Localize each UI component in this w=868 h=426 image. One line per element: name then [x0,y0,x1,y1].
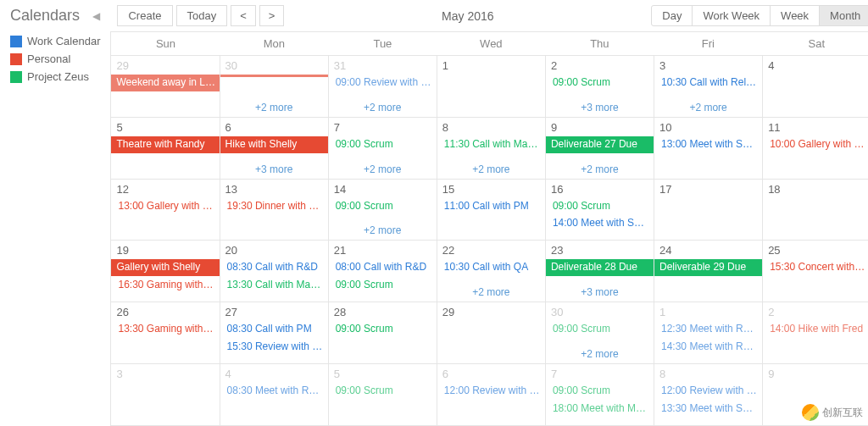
day-cell[interactable]: 1213:00 Gallery with Fred [111,180,220,241]
event[interactable]: 09:00 Scrum [331,321,435,338]
event[interactable]: 15:30 Review with PM [222,339,326,356]
view-week[interactable]: Week [770,5,820,26]
more-link[interactable]: +2 more [220,100,328,115]
next-button[interactable]: > [259,5,285,26]
day-cell[interactable]: 1110:00 Gallery with Elena [763,118,868,179]
more-link[interactable]: +2 more [437,285,545,300]
event[interactable]: 16:30 Gaming with Mit... [113,277,217,294]
event[interactable]: 08:30 Call with R&D [222,259,326,276]
event[interactable]: 10:30 Call with Release [656,75,760,91]
more-link[interactable]: +2 more [329,100,437,115]
day-cell[interactable]: 214:00 Hike with Fred [763,302,868,363]
day-cell[interactable]: 3109:00 Review with Dev...+2 more [329,56,437,117]
more-link[interactable]: +3 more [220,162,328,177]
day-cell[interactable]: 1319:30 Dinner with Mitch [220,180,329,241]
event[interactable]: 09:00 Scrum [548,321,652,338]
event[interactable]: 10:30 Call with QA [439,259,543,276]
day-cell[interactable]: 112:30 Meet with R&D14:30 Meet with Rele… [654,302,763,363]
day-cell[interactable]: 6Hike with Shelly+3 more [220,118,329,179]
today-button[interactable]: Today [176,5,228,26]
more-link[interactable]: +2 more [546,346,654,362]
collapse-icon[interactable]: ◀ [92,10,100,22]
day-cell[interactable]: 709:00 Scrum+2 more [329,118,437,179]
calendar-item[interactable]: Project Zeus [10,70,100,83]
event[interactable]: 09:00 Scrum [548,198,652,215]
event[interactable]: 10:00 Gallery with Elena [765,136,868,153]
more-link[interactable]: +3 more [546,285,654,300]
day-cell[interactable]: 30+2 more [220,56,329,117]
event[interactable]: 11:00 Call with PM [439,198,543,215]
event[interactable]: 13:00 Meet with Sales [656,136,760,153]
view-day[interactable]: Day [651,5,693,26]
event[interactable]: 12:00 Review with PM [439,383,543,400]
more-link[interactable]: +2 more [437,162,545,177]
event[interactable]: Deliverable 29 Due [654,259,762,276]
event[interactable]: 18:00 Meet with Mark... [548,401,652,418]
day-cell[interactable]: 19Gallery with Shelly16:30 Gaming with M… [111,241,220,302]
day-cell[interactable]: 2708:30 Call with PM15:30 Review with PM [220,302,329,363]
day-cell[interactable]: 29 [437,302,546,363]
day-cell[interactable]: 9Deliverable 27 Due+2 more [546,118,654,179]
day-cell[interactable]: 24Deliverable 29 Due [654,241,763,302]
event[interactable]: 13:30 Meet with Sales [656,401,760,418]
day-cell[interactable]: 709:00 Scrum18:00 Meet with Mark... [546,364,654,425]
event[interactable]: 14:30 Meet with Relea... [656,339,760,356]
event[interactable]: Theatre with Randy [111,136,219,153]
more-link[interactable]: +2 more [329,162,437,177]
day-cell[interactable]: 29Weekend away in London [111,56,220,117]
day-cell[interactable]: 3 [111,364,220,425]
event[interactable]: Hike with Shelly [220,136,328,153]
more-link[interactable]: +3 more [546,100,654,115]
day-cell[interactable]: 612:00 Review with PM [437,364,546,425]
day-cell[interactable]: 1013:00 Meet with Sales [654,118,763,179]
day-cell[interactable]: 23Deliverable 28 Due+3 more [546,241,654,302]
event[interactable]: 13:30 Call with Marketi... [222,277,326,294]
create-button[interactable]: Create [117,5,172,26]
event[interactable]: 09:00 Scrum [331,198,435,215]
day-cell[interactable]: 2108:00 Call with R&D09:00 Scrum [329,241,437,302]
day-cell[interactable]: 2008:30 Call with R&D13:30 Call with Mar… [220,241,329,302]
event[interactable]: 14:00 Hike with Fred [765,321,868,338]
event[interactable]: 11:30 Call with Marketi... [439,136,543,153]
day-cell[interactable]: 1 [437,56,546,117]
event[interactable]: 15:30 Concert with Sh... [765,259,868,276]
day-cell[interactable]: 408:30 Meet with R&D [220,364,329,425]
day-cell[interactable]: 17 [654,180,763,241]
event[interactable]: 12:30 Meet with R&D [656,321,760,338]
day-cell[interactable]: 3009:00 Scrum+2 more [546,302,654,363]
calendar-item[interactable]: Personal [10,53,100,65]
prev-button[interactable]: < [231,5,256,26]
more-link[interactable]: +2 more [329,223,437,238]
day-cell[interactable]: 4 [763,56,868,117]
calendar-item[interactable]: Work Calendar [10,35,100,47]
day-cell[interactable]: 2515:30 Concert with Sh... [763,241,868,302]
day-cell[interactable]: 1511:00 Call with PM [437,180,546,241]
event[interactable]: 12:00 Review with Dev... [656,383,760,400]
day-cell[interactable]: 5Theatre with Randy [111,118,220,179]
day-cell[interactable]: 812:00 Review with Dev...13:30 Meet with… [654,364,763,425]
event[interactable]: Deliverable 27 Due [546,136,654,153]
event[interactable]: 19:30 Dinner with Mitch [222,198,326,215]
more-link[interactable]: +2 more [654,100,762,115]
event[interactable]: Weekend away in London [111,75,219,91]
event[interactable]: 09:00 Scrum [331,277,435,294]
event[interactable]: 08:00 Call with R&D [331,259,435,276]
event[interactable]: Gallery with Shelly [111,259,219,276]
day-cell[interactable]: 2613:30 Gaming with Ra... [111,302,220,363]
view-month[interactable]: Month [819,5,868,26]
event[interactable]: 09:00 Scrum [548,75,652,91]
event[interactable]: 09:00 Scrum [331,383,435,400]
event[interactable] [220,75,328,77]
event[interactable]: 13:30 Gaming with Ra... [113,321,217,338]
day-cell[interactable]: 310:30 Call with Release+2 more [654,56,763,117]
day-cell[interactable]: 2809:00 Scrum [329,302,437,363]
event[interactable]: Deliverable 28 Due [546,259,654,276]
event[interactable]: 08:30 Call with PM [222,321,326,338]
day-cell[interactable]: 509:00 Scrum [329,364,437,425]
event[interactable]: 08:30 Meet with R&D [222,383,326,400]
view-work-week[interactable]: Work Week [692,5,771,26]
day-cell[interactable]: 18 [763,180,868,241]
day-cell[interactable]: 811:30 Call with Marketi...+2 more [437,118,546,179]
more-link[interactable]: +2 more [546,162,654,177]
event[interactable]: 09:00 Review with Dev... [331,75,435,91]
